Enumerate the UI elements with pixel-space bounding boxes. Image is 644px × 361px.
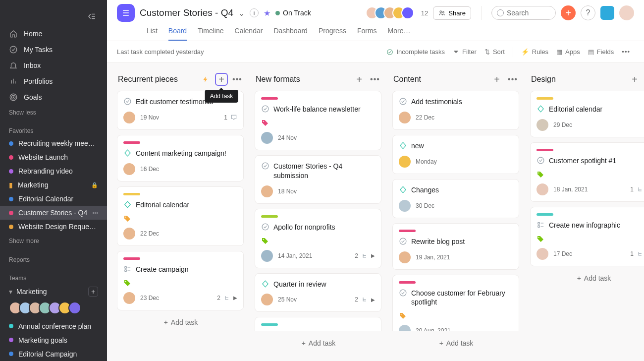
task-card[interactable]: Changes30 Dec — [392, 179, 519, 218]
global-add-button[interactable]: + — [561, 5, 576, 20]
add-task-button[interactable]: + Add task — [530, 269, 644, 287]
team-project-item[interactable]: Marketing goals — [0, 333, 107, 347]
tab-more…[interactable]: More… — [388, 24, 411, 41]
task-card[interactable]: Add testimonials22 Dec — [392, 91, 519, 130]
sidebar-nav-portfolios[interactable]: Portfolios — [0, 73, 107, 89]
task-card[interactable]: Customer Stories - Q4 submission18 Nov — [255, 155, 381, 204]
add-team-item-button[interactable]: + — [88, 287, 98, 297]
task-card[interactable]: Quarter in review25 Nov2▶ — [255, 273, 381, 312]
sidebar-nav-goals[interactable]: Goals — [0, 89, 107, 105]
tab-progress[interactable]: Progress — [319, 24, 346, 41]
apps-button[interactable]: ▦Apps — [552, 46, 584, 58]
team-project-item[interactable]: Annual conference plan — [0, 319, 107, 333]
task-card[interactable]: Customer spotlight #118 Jan, 20211▶ — [530, 142, 644, 202]
help-button[interactable]: ? — [581, 5, 595, 20]
due-date: 29 Dec — [553, 121, 572, 128]
task-tag — [399, 312, 513, 320]
toolbar-more[interactable]: ••• — [618, 46, 634, 58]
favorite-item[interactable]: Website Launch — [0, 150, 107, 164]
task-card[interactable]: Create campaign23 Dec2▶ — [117, 251, 244, 310]
globe-icon — [261, 331, 269, 331]
column-title[interactable]: New formats — [256, 75, 350, 84]
column-add-button[interactable]: + — [490, 73, 503, 86]
column-menu[interactable]: ••• — [231, 73, 244, 86]
tab-board[interactable]: Board — [168, 24, 187, 41]
team-row[interactable]: ▾ Marketing + — [0, 284, 107, 300]
add-task-button[interactable]: + Add task — [255, 334, 382, 352]
favorite-item[interactable]: Customer Stories - Q4••• — [0, 206, 107, 220]
team-name: Marketing — [16, 288, 47, 296]
column-title[interactable]: Design — [531, 75, 625, 84]
collapse-sidebar-button[interactable] — [0, 9, 107, 26]
sidebar-nav-home[interactable]: Home — [0, 26, 107, 42]
member-avatars[interactable] — [366, 6, 414, 19]
column-add-button[interactable]: +Add task — [215, 73, 228, 86]
tab-calendar[interactable]: Calendar — [235, 24, 263, 41]
favorite-star[interactable]: ★ — [264, 8, 270, 18]
people-icon — [438, 9, 445, 16]
tag-icon — [399, 312, 407, 320]
column-menu[interactable]: ••• — [506, 73, 519, 86]
item-menu[interactable]: ••• — [92, 210, 98, 216]
column-add-button[interactable]: + — [353, 73, 366, 86]
task-title: Create new infographic — [549, 221, 620, 230]
task-title: Customer spotlight #1 — [549, 156, 616, 166]
project-status[interactable]: On Track — [275, 9, 311, 17]
task-card[interactable]: Press release on acquisition23 Dec14▶ — [255, 317, 381, 331]
task-card[interactable]: Editorial calendar22 Dec — [117, 186, 244, 246]
team-project-item[interactable]: Editorial Campaign — [0, 347, 107, 361]
tab-dashboard[interactable]: Dashboard — [273, 24, 308, 41]
favorite-label: Recruiting weekly mee… — [18, 139, 98, 147]
sort-button[interactable]: ⇅Sort — [481, 46, 509, 58]
project-dot — [9, 211, 13, 215]
task-card[interactable]: Work-life balance newsletter24 Nov — [255, 91, 381, 150]
column-add-button[interactable]: + — [628, 73, 641, 86]
favorite-item[interactable]: ▮Marketing🔒 — [0, 178, 107, 192]
task-card[interactable]: Rewrite blog post19 Jan, 2021 — [392, 223, 519, 270]
search-input[interactable]: Search — [491, 6, 556, 20]
favorite-item[interactable]: Editorial Calendar — [0, 192, 107, 206]
subtask-count: 2 — [355, 296, 358, 303]
filter-incomplete[interactable]: Incomplete tasks — [382, 46, 449, 58]
show-more-link[interactable]: Show more — [0, 234, 107, 246]
info-icon[interactable]: i — [250, 8, 259, 17]
task-title: Add testimonials — [411, 97, 462, 107]
favorite-item[interactable]: Website Design Reque… — [0, 220, 107, 234]
board-column: Design+•••Editorial calendar29 DecCustom… — [530, 72, 644, 352]
nav-label: Goals — [24, 93, 42, 101]
user-avatar[interactable] — [619, 5, 634, 20]
task-card[interactable]: Content marketing campaign!16 Dec — [117, 135, 244, 181]
task-card[interactable]: Create new infographic17 Dec1▶ — [530, 207, 644, 266]
task-card[interactable]: Editorial calendar29 Dec — [530, 91, 644, 137]
tab-timeline[interactable]: Timeline — [198, 24, 223, 41]
sidebar-nav-my-tasks[interactable]: My Tasks — [0, 42, 107, 58]
check-circle-icon — [123, 97, 132, 106]
tab-forms[interactable]: Forms — [357, 24, 377, 41]
bars-icon — [9, 77, 18, 86]
assignee-avatar — [537, 119, 548, 131]
show-less-link[interactable]: Show less — [0, 105, 107, 118]
add-task-button[interactable]: + Add task — [117, 313, 245, 331]
project-dropdown-chevron[interactable]: ⌄ — [238, 8, 245, 18]
check-circle-icon — [261, 162, 269, 170]
comment-icon — [230, 114, 237, 121]
favorite-item[interactable]: Rebranding video — [0, 164, 107, 178]
column-title[interactable]: Content — [393, 75, 487, 84]
favorite-item[interactable]: Recruiting weekly mee… — [0, 136, 107, 150]
task-card[interactable]: Choose customer for February spotlight20… — [392, 275, 519, 331]
column-title[interactable]: Recurrent pieces — [118, 75, 196, 84]
sidebar-nav-inbox[interactable]: Inbox — [0, 58, 107, 73]
project-dot — [9, 169, 13, 174]
tab-list[interactable]: List — [147, 24, 158, 41]
due-date: 30 Dec — [416, 202, 434, 209]
app-switcher[interactable] — [600, 6, 614, 20]
fields-button[interactable]: ▤Fields — [584, 46, 618, 58]
column-menu[interactable]: ••• — [369, 73, 381, 86]
rules-button[interactable]: ⚡Rules — [517, 46, 552, 58]
filter-button[interactable]: ⏷Filter — [449, 46, 481, 58]
automation-bolt-icon[interactable] — [199, 73, 212, 86]
add-task-button[interactable]: + Add task — [392, 334, 520, 352]
task-card[interactable]: newMonday — [392, 135, 519, 174]
task-card[interactable]: Apollo for nonprofits14 Jan, 20212▶ — [255, 209, 381, 268]
share-button[interactable]: Share — [433, 6, 471, 20]
